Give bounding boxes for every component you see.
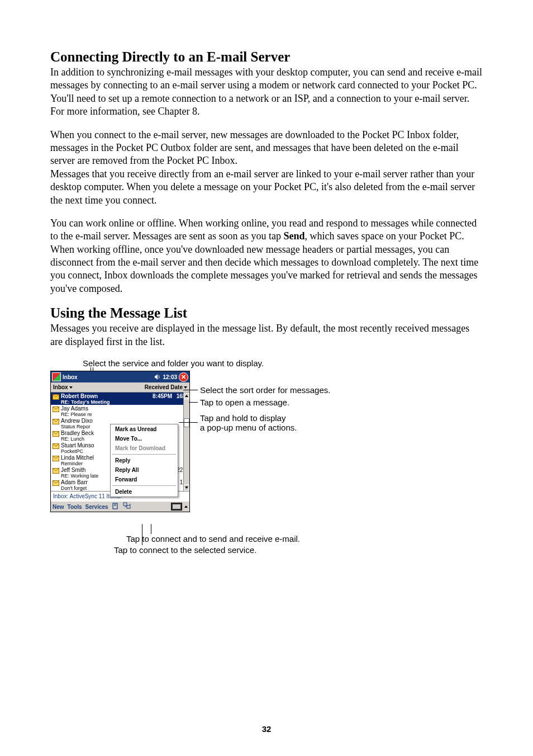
para-1: In addition to synchronizing e-mail mess… — [50, 66, 483, 119]
message-from: Linda Mitchel — [61, 455, 94, 461]
menu-forward[interactable]: Forward — [111, 475, 178, 484]
context-menu: Mark as Unread Move To... Mark for Downl… — [110, 424, 178, 497]
heading-using: Using the Message List — [50, 305, 483, 321]
folder-selector[interactable]: Inbox — [53, 384, 73, 390]
cmd-services[interactable]: Services — [85, 504, 108, 510]
sip-up-icon[interactable] — [184, 505, 188, 508]
menu-reply[interactable]: Reply — [111, 456, 178, 465]
close-icon[interactable]: ✕ — [179, 372, 188, 382]
title-bar: Inbox 12:03 ✕ — [51, 371, 189, 382]
callout-popup-l2: a pop-up menu of actions. — [200, 423, 297, 432]
para-4b: , which saves space on your Pocket PC. — [304, 230, 464, 242]
start-icon[interactable] — [52, 372, 61, 381]
message-from: Adam Barr — [61, 479, 88, 485]
keyboard-icon[interactable] — [171, 503, 182, 511]
leader-line — [142, 524, 142, 545]
chevron-down-icon — [184, 386, 187, 389]
leader-line — [183, 390, 198, 390]
svg-rect-10 — [127, 505, 130, 508]
para-2: When you connect to the e-mail server, n… — [50, 129, 459, 167]
envelope-icon — [53, 468, 59, 474]
message-from: Jeff Smith — [61, 467, 85, 473]
cmd-new[interactable]: New — [53, 504, 64, 510]
menu-mark-download: Mark for Download — [111, 443, 178, 453]
speaker-icon[interactable] — [154, 374, 161, 380]
sort-label: Received Date — [145, 384, 183, 390]
message-subject: RE: Today's Meeting — [61, 399, 147, 405]
callout-sort: Select the sort order for messages. — [200, 385, 330, 395]
envelope-icon — [53, 456, 59, 461]
callout-open: Tap to open a message. — [200, 398, 289, 407]
folder-label: Inbox — [53, 384, 68, 390]
envelope-icon — [53, 419, 59, 424]
leader-line — [151, 524, 151, 534]
svg-rect-9 — [123, 503, 127, 505]
message-row[interactable]: Jay AdamsRE: Please re — [51, 405, 189, 417]
envelope-icon — [53, 480, 59, 486]
message-from: Bradley Beck — [61, 430, 94, 436]
scroll-down-button[interactable] — [184, 484, 189, 491]
scroll-thumb[interactable] — [184, 418, 189, 427]
message-subject: RE: Please re — [61, 412, 147, 417]
page-number: 32 — [0, 724, 533, 734]
scrollbar[interactable] — [183, 393, 189, 491]
message-list[interactable]: Robert BrownRE: Today's Meeting8:45PM16K… — [51, 393, 189, 491]
figure-area: Select the service and folder you want t… — [50, 358, 483, 582]
sort-selector[interactable]: Received Date — [145, 384, 187, 390]
leader-line — [189, 402, 198, 403]
scroll-up-button[interactable] — [184, 393, 189, 399]
para-5: When working offline, once you've downlo… — [50, 244, 478, 294]
pocketpc-screenshot: Inbox 12:03 ✕ Inbox Received Date — [50, 371, 190, 512]
envelope-icon — [53, 394, 59, 400]
envelope-icon — [53, 431, 59, 437]
title-text: Inbox — [63, 374, 78, 380]
send-receive-icon[interactable] — [123, 502, 132, 511]
caption-top: Select the service and folder you want t… — [83, 358, 264, 368]
heading-connecting: Connecting Directly to an E-mail Server — [50, 49, 483, 65]
menu-reply-all[interactable]: Reply All — [111, 465, 178, 475]
para-4-bold: Send — [283, 230, 304, 242]
callout-popup-l1: Tap and hold to display — [200, 413, 285, 423]
message-time: 8:45PM — [147, 393, 172, 399]
menu-move-to[interactable]: Move To... — [111, 434, 178, 443]
menu-delete[interactable]: Delete — [111, 487, 178, 497]
callout-popup: Tap and hold to display a pop-up menu of… — [200, 413, 297, 432]
message-from: Robert Brown — [61, 393, 98, 399]
para-6: Messages you receive are displayed in th… — [50, 322, 483, 348]
para-2-3: When you connect to the e-mail server, n… — [50, 129, 483, 207]
chevron-down-icon — [69, 386, 73, 389]
clock-time: 12:03 — [163, 374, 177, 380]
envelope-icon — [53, 407, 59, 412]
cmd-tools[interactable]: Tools — [68, 504, 82, 510]
callout-sendreceive: Tap to connect and to send and receive e… — [126, 534, 300, 544]
connect-service-icon[interactable] — [112, 502, 120, 511]
message-from: Stuart Munso — [61, 442, 94, 448]
menu-mark-unread[interactable]: Mark as Unread — [111, 424, 178, 434]
folder-toolbar: Inbox Received Date — [51, 382, 189, 393]
para-4-5: You can work online or offline. When wor… — [50, 217, 483, 295]
message-from: Andrew Dixo — [61, 418, 93, 424]
message-from: Jay Adams — [61, 405, 88, 412]
envelope-icon — [53, 443, 59, 449]
message-row[interactable]: Robert BrownRE: Today's Meeting8:45PM16K — [51, 393, 189, 405]
callout-connect: Tap to connect to the selected service. — [114, 545, 256, 555]
leader-line — [179, 422, 198, 423]
para-3: Messages that you receive directly from … — [50, 168, 475, 206]
command-bar: New Tools Services — [51, 501, 189, 512]
